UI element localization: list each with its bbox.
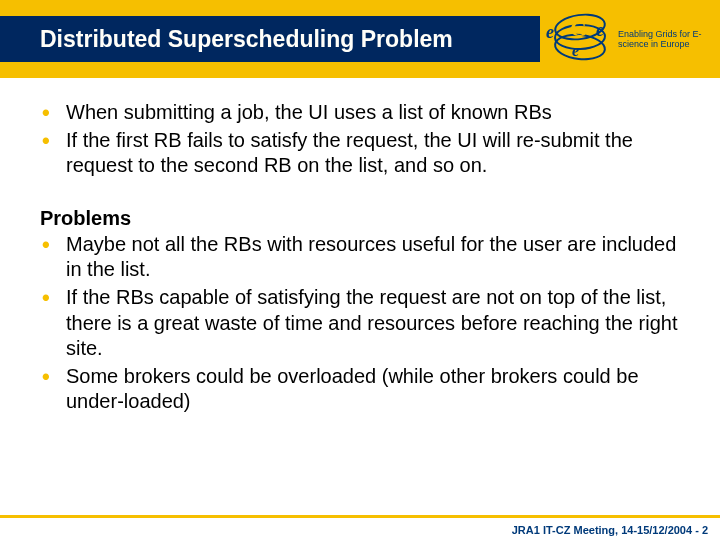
slide-content: When submitting a job, the UI uses a lis… bbox=[0, 78, 720, 415]
egee-logo-mark: e G e e bbox=[550, 14, 612, 64]
footer-text: JRA1 IT-CZ Meeting, 14-15/12/2004 - 2 bbox=[512, 524, 708, 536]
list-item: If the first RB fails to satisfy the req… bbox=[40, 128, 680, 179]
egee-logo: e G e e Enabling Grids for E-science in … bbox=[550, 6, 710, 72]
list-item: When submitting a job, the UI uses a lis… bbox=[40, 100, 680, 126]
section-title: Problems bbox=[40, 207, 680, 230]
list-item: Maybe not all the RBs with resources use… bbox=[40, 232, 680, 283]
problems-bullet-list: Maybe not all the RBs with resources use… bbox=[40, 232, 680, 415]
title-bar: Distributed Superscheduling Problem bbox=[0, 16, 540, 62]
slide-title: Distributed Superscheduling Problem bbox=[40, 26, 453, 53]
list-item: If the RBs capable of satisfying the req… bbox=[40, 285, 680, 362]
list-item: Some brokers could be overloaded (while … bbox=[40, 364, 680, 415]
footer-divider bbox=[0, 515, 720, 518]
intro-bullet-list: When submitting a job, the UI uses a lis… bbox=[40, 100, 680, 179]
slide-header: Distributed Superscheduling Problem e G … bbox=[0, 0, 720, 78]
logo-tagline: Enabling Grids for E-science in Europe bbox=[618, 29, 710, 50]
